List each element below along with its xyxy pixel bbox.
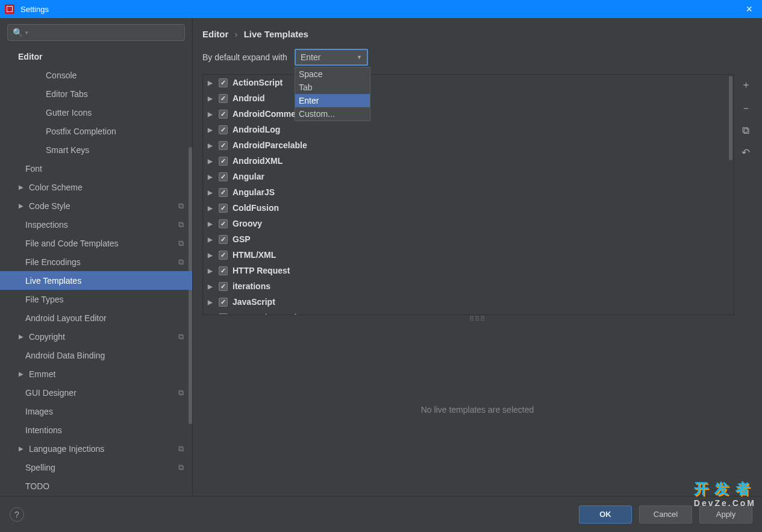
add-icon[interactable]: ＋ [741,78,751,92]
sidebar-item-file-and-code-templates[interactable]: File and Code Templates⧉ [0,234,192,252]
checkbox-icon[interactable]: ✓ [219,94,228,103]
sidebar-item-android-data-binding[interactable]: Android Data Binding [0,346,192,365]
template-group-label: AndroidComme [233,109,296,119]
sidebar-item-images[interactable]: Images [0,402,192,421]
help-button[interactable]: ? [10,507,24,522]
expand-with-dropdown[interactable]: SpaceTabEnterCustom... [295,67,370,121]
sidebar-item-label: Spelling [25,463,178,472]
sidebar-item-label: File Types [25,295,192,304]
chevron-right-icon: ▶ [17,445,25,452]
template-group-javascript[interactable]: ▶✓JavaScript [203,294,734,310]
close-icon[interactable]: × [741,3,757,16]
templates-list[interactable]: ▶✓ActionScript▶✓Android▶✓AndroidComme▶✓A… [202,74,734,315]
checkbox-icon[interactable]: ✓ [219,298,228,307]
sidebar-item-label: GUI Designer [25,388,178,398]
template-group-label: HTTP Request [233,266,290,275]
checkbox-icon[interactable]: ✓ [219,110,228,119]
settings-tree[interactable]: EditorConsoleEditor TabsGutter IconsPost… [0,45,192,496]
template-group-angularjs[interactable]: ▶✓AngularJS [203,184,734,200]
sidebar-item-spelling[interactable]: Spelling⧉ [0,458,192,477]
checkbox-icon[interactable]: ✓ [219,251,228,260]
checkbox-icon[interactable]: ✓ [219,172,228,181]
sidebar-item-android-layout-editor[interactable]: Android Layout Editor [0,308,192,327]
template-group-groovy[interactable]: ▶✓Groovy [203,216,734,231]
checkbox-icon[interactable]: ✓ [219,188,228,197]
breadcrumb-editor[interactable]: Editor [202,29,228,39]
sidebar-item-file-types[interactable]: File Types [0,290,192,308]
checkbox-icon[interactable]: ✓ [219,313,228,316]
template-group-androidparcelable[interactable]: ▶✓AndroidParcelable [203,137,734,153]
revert-icon[interactable]: ↶ [742,146,750,159]
template-group-label: ActionScript [233,78,283,87]
sidebar-item-label: Language Injections [29,444,178,454]
template-group-gsp[interactable]: ▶✓GSP [203,231,734,247]
template-group-html-xml[interactable]: ▶✓HTML/XML [203,247,734,263]
dropdown-option-tab[interactable]: Tab [295,81,370,94]
sidebar-item-language-injections[interactable]: ▶Language Injections⧉ [0,439,192,458]
sidebar-item-editor[interactable]: Editor [0,47,192,66]
scope-icon: ⧉ [178,257,192,267]
sidebar-item-file-encodings[interactable]: File Encodings⧉ [0,252,192,271]
template-group-coldfusion[interactable]: ▶✓ColdFusion [203,200,734,216]
ok-button[interactable]: OK [579,505,632,524]
sidebar-item-emmet[interactable]: ▶Emmet [0,365,192,383]
chevron-right-icon: ▶ [208,236,216,243]
sidebar-item-code-style[interactable]: ▶Code Style⧉ [0,196,192,215]
template-group-iterations[interactable]: ▶✓iterations [203,278,734,294]
sidebar-item-label: Smart Keys [46,145,192,155]
sidebar-item-todo[interactable]: TODO [0,477,192,495]
dropdown-option-space[interactable]: Space [295,67,370,81]
chevron-right-icon: ▶ [208,205,216,211]
dropdown-option-enter[interactable]: Enter [295,94,370,107]
template-group-http-request[interactable]: ▶✓HTTP Request [203,263,734,278]
sidebar-item-postfix-completion[interactable]: Postfix Completion [0,122,192,140]
sidebar-item-intentions[interactable]: Intentions [0,421,192,439]
remove-icon[interactable]: － [741,101,751,115]
checkbox-icon[interactable]: ✓ [219,266,228,275]
checkbox-icon[interactable]: ✓ [219,282,228,291]
sidebar-item-console[interactable]: Console [0,66,192,84]
scope-icon: ⧉ [178,220,192,230]
chevron-right-icon: ▶ [208,111,216,117]
sidebar-item-label: Postfix Completion [46,127,192,136]
sidebar-item-live-templates[interactable]: Live Templates [0,271,192,290]
chevron-right-icon: ▶ [208,221,216,227]
sidebar-item-color-scheme[interactable]: ▶Color Scheme [0,178,192,196]
checkbox-icon[interactable]: ✓ [219,78,228,87]
sidebar-item-gui-designer[interactable]: GUI Designer⧉ [0,383,192,402]
template-group-angular[interactable]: ▶✓Angular [203,169,734,184]
template-group-android[interactable]: ▶✓Android [203,90,734,106]
sidebar-item-gutter-icons[interactable]: Gutter Icons [0,103,192,122]
sidebar-item-smart-keys[interactable]: Smart Keys [0,140,192,159]
copy-icon[interactable]: ⧉ [742,125,749,137]
template-group-androidlog[interactable]: ▶✓AndroidLog [203,122,734,137]
checkbox-icon[interactable]: ✓ [219,141,228,150]
checkbox-icon[interactable]: ✓ [219,235,228,244]
template-group-javascript-testing[interactable]: ▶✓JavaScript Testing [203,310,734,315]
checkbox-icon[interactable]: ✓ [219,125,228,134]
template-group-actionscript[interactable]: ▶✓ActionScript [203,75,734,90]
chevron-right-icon: ▶ [17,333,25,340]
checkbox-icon[interactable]: ✓ [219,157,228,166]
dropdown-option-custom-[interactable]: Custom... [295,107,370,120]
sidebar-item-label: Android Data Binding [25,351,192,360]
chevron-right-icon: ▶ [208,158,216,164]
resize-grip[interactable]: ⠿⠿⠿ [193,315,762,324]
expand-with-select[interactable]: Enter ▼ SpaceTabEnterCustom... [295,49,368,66]
sidebar-item-editor-tabs[interactable]: Editor Tabs [0,84,192,103]
checkbox-icon[interactable]: ✓ [219,204,228,213]
template-group-androidcomme[interactable]: ▶✓AndroidComme [203,106,734,122]
sidebar-item-copyright[interactable]: ▶Copyright⧉ [0,327,192,346]
template-group-label: Android [233,93,265,103]
sidebar-item-inspections[interactable]: Inspections⧉ [0,215,192,234]
sidebar-item-label: Gutter Icons [46,108,192,117]
template-group-label: JavaScript [233,297,275,307]
search-input[interactable]: 🔍 ▾ [7,24,185,41]
scrollbar-thumb[interactable] [729,76,732,160]
cancel-button[interactable]: Cancel [639,505,692,524]
apply-button[interactable]: Apply [699,505,752,524]
window-title: Settings [20,5,49,14]
template-group-androidxml[interactable]: ▶✓AndroidXML [203,153,734,169]
sidebar-item-font[interactable]: Font [0,159,192,178]
checkbox-icon[interactable]: ✓ [219,219,228,228]
